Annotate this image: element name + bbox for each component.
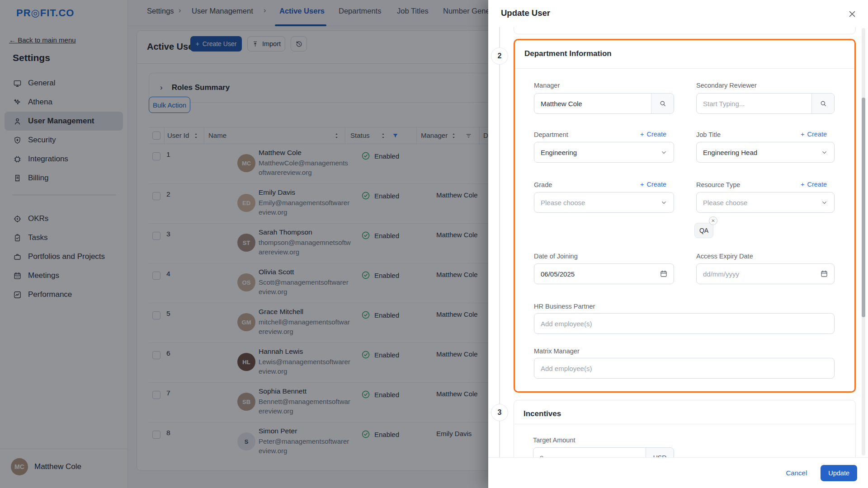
step-2-badge: 2 — [491, 47, 508, 65]
update-user-modal: Update User 2 Department Information Man… — [488, 0, 868, 488]
matrix-manager-field — [534, 358, 835, 379]
chevron-down-icon — [821, 199, 828, 206]
manager-input[interactable] — [534, 94, 651, 113]
modal-title: Update User — [501, 8, 550, 18]
hr-business-partner-label: HR Business Partner — [534, 303, 595, 310]
plus-icon: + — [801, 181, 804, 188]
resource-type-label: Resource Type — [696, 181, 740, 188]
access-expiry-field — [696, 263, 835, 284]
chevron-down-icon — [821, 149, 828, 156]
section-1-card-edge — [514, 27, 856, 34]
modal-footer: Cancel Update — [488, 457, 868, 488]
target-amount-field: USD — [533, 447, 674, 457]
calendar-icon[interactable] — [820, 270, 828, 280]
search-icon — [659, 100, 666, 107]
plus-icon: + — [640, 181, 644, 188]
modal-body: 2 Department Information Manager Seconda… — [488, 27, 868, 457]
grade-label: Grade — [534, 181, 552, 188]
grade-select[interactable]: Please choose — [534, 192, 674, 213]
date-of-joining-field — [534, 263, 674, 284]
cancel-button[interactable]: Cancel — [786, 469, 807, 477]
department-select[interactable]: Engineering — [534, 142, 674, 163]
secondary-reviewer-field — [696, 93, 835, 114]
close-icon[interactable] — [847, 9, 858, 20]
chevron-down-icon — [660, 149, 667, 156]
hr-business-partner-field — [534, 313, 835, 334]
date-of-joining-label: Date of Joining — [534, 253, 578, 260]
create-job-title-link[interactable]: +Create — [801, 131, 827, 138]
create-department-link[interactable]: +Create — [640, 131, 666, 138]
step-timeline — [499, 27, 500, 457]
manager-field — [534, 93, 674, 114]
step-3-badge: 3 — [491, 404, 508, 421]
manager-label: Manager — [534, 82, 560, 89]
chevron-down-icon — [660, 199, 667, 206]
section-title: Incentives — [524, 409, 561, 418]
secondary-reviewer-input[interactable] — [697, 94, 811, 113]
incentives-section: Incentives Target Amount USD — [514, 400, 856, 457]
department-information-section: Department Information Manager Secondary… — [514, 39, 856, 393]
access-expiry-label: Access Expiry Date — [696, 253, 753, 260]
update-button[interactable]: Update — [821, 465, 857, 481]
create-grade-link[interactable]: +Create — [640, 181, 666, 188]
plus-icon: + — [801, 131, 804, 138]
hr-business-partner-input[interactable] — [534, 314, 834, 333]
calendar-icon[interactable] — [660, 270, 668, 280]
manager-search-button[interactable] — [651, 94, 674, 113]
modal-scrollbar-thumb[interactable] — [862, 98, 865, 317]
department-label: Department — [534, 131, 568, 138]
section-title: Department Information — [524, 49, 612, 58]
target-amount-input[interactable] — [533, 448, 646, 457]
matrix-manager-label: Matrix Manager — [534, 347, 580, 355]
resource-type-tag-qa: QA — [694, 223, 713, 238]
job-title-select[interactable]: Engineering Head — [696, 142, 835, 163]
date-of-joining-input[interactable] — [534, 264, 674, 284]
matrix-manager-input[interactable] — [534, 358, 834, 378]
resource-type-select[interactable]: Please choose — [696, 192, 835, 213]
create-resource-type-link[interactable]: +Create — [801, 181, 827, 188]
search-icon — [820, 100, 827, 107]
secondary-reviewer-search-button[interactable] — [811, 94, 834, 113]
access-expiry-input[interactable] — [697, 264, 834, 284]
job-title-label: Job Title — [696, 131, 721, 138]
currency-segment: USD — [646, 448, 674, 457]
remove-tag-icon[interactable]: ✕ — [709, 216, 717, 225]
target-amount-label: Target Amount — [533, 436, 576, 444]
secondary-reviewer-label: Secondary Reviewer — [696, 82, 757, 89]
plus-icon: + — [640, 131, 644, 138]
